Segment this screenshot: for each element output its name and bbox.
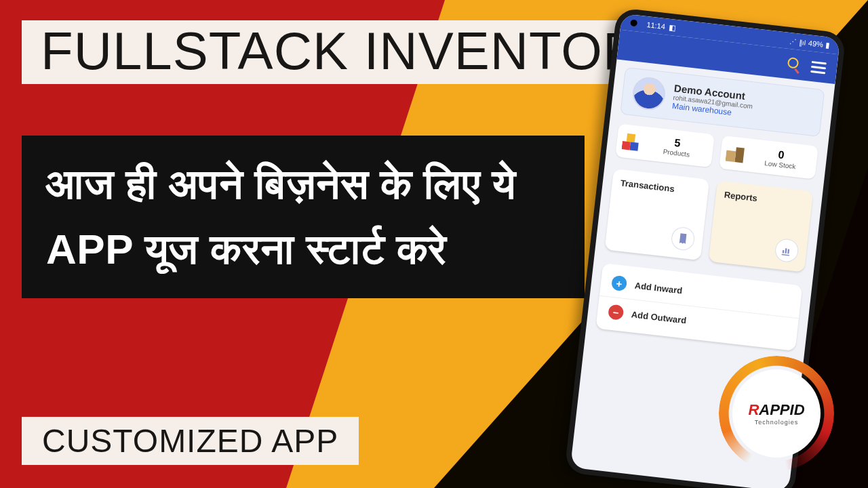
hamburger-menu-icon[interactable] xyxy=(810,60,827,73)
card-reports[interactable]: Reports xyxy=(709,180,814,272)
status-time: 11:14 xyxy=(646,20,666,30)
reports-label: Reports xyxy=(724,190,804,209)
chart-icon xyxy=(774,238,800,264)
wifi-icon: ⋰ xyxy=(789,37,797,45)
cubes-icon xyxy=(621,131,642,152)
lowstock-label: Low Stock xyxy=(764,159,796,170)
add-inward-label: Add Inward xyxy=(634,280,683,296)
customized-app-box: CUSTOMIZED APP xyxy=(22,417,359,465)
add-outward-label: Add Outward xyxy=(631,309,687,325)
subtitle-hindi: आज ही अपने बिज़नेस के लिए ये APP यूज करन… xyxy=(22,136,585,298)
receipt-icon xyxy=(670,226,696,251)
products-label: Products xyxy=(663,148,690,158)
battery-percent: 49% xyxy=(808,39,823,48)
stat-lowstock[interactable]: 0 Low Stock xyxy=(719,136,818,180)
plus-icon: + xyxy=(611,275,627,291)
action-card: + Add Inward − Add Outward xyxy=(595,263,802,351)
products-count: 5 xyxy=(674,137,682,150)
transactions-label: Transactions xyxy=(620,178,701,197)
logo-ring xyxy=(719,356,834,471)
status-notif-icon: ◧ xyxy=(669,22,676,32)
camera-punch-hole xyxy=(630,19,637,26)
rappid-logo: RAPPID Technologies xyxy=(719,356,834,471)
card-transactions[interactable]: Transactions xyxy=(605,169,710,260)
boxes-icon xyxy=(725,143,746,164)
search-icon[interactable] xyxy=(786,56,802,73)
battery-icon: ▮ xyxy=(825,41,830,50)
stat-products[interactable]: 5 Products xyxy=(615,123,715,167)
lowstock-count: 0 xyxy=(778,148,785,161)
minus-icon: − xyxy=(608,304,624,320)
avatar xyxy=(631,76,667,112)
title-box: FULLSTACK INVENTORY xyxy=(22,20,696,84)
signal-icon: ‖ıl xyxy=(798,38,806,46)
